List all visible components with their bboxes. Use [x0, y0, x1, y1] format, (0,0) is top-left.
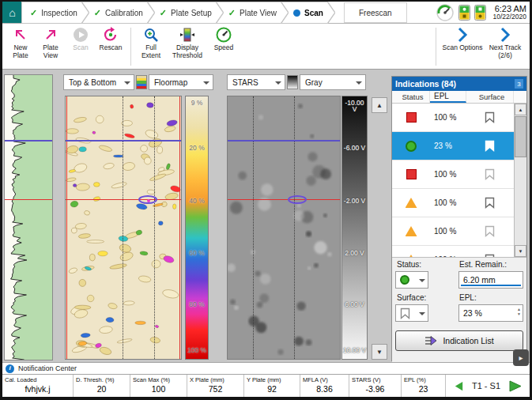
statusbar-field: Cal. Loadedfvhjvk.j: [2, 375, 74, 397]
indications-scrollbar[interactable]: ▲ ▼: [514, 104, 526, 257]
check-icon: ✓: [228, 9, 236, 17]
select-value: Top & Bottom: [69, 78, 116, 87]
scan-options-button[interactable]: Scan Options: [441, 26, 484, 67]
viewer-scroll-up-button[interactable]: ▲: [372, 97, 387, 113]
notification-center-bar[interactable]: i Notification Center: [2, 362, 530, 374]
gray-scale-label: -10.00 V: [342, 100, 367, 113]
indication-row[interactable]: 100 %: [392, 189, 514, 217]
application-window: ⌂ ✓Inspection ✓Calibration ✓Plate Setup …: [0, 0, 532, 400]
next-track-icon: [496, 26, 514, 43]
select-value: Floormap: [154, 78, 187, 87]
tab-scan[interactable]: Scan: [281, 2, 334, 23]
cursor-line-red: [5, 199, 52, 200]
indication-epl-value: 100 %: [430, 227, 466, 236]
gray-scale-label: 2.00 V: [342, 250, 367, 257]
column-header-epl[interactable]: EPL: [430, 91, 466, 103]
tab-calibration[interactable]: ✓Calibration: [82, 2, 154, 23]
previous-track-arrow[interactable]: [453, 380, 465, 392]
color-scale-label: 80 %: [186, 301, 208, 308]
indication-row[interactable]: 23 %: [392, 132, 514, 160]
tab-label: Scan: [304, 9, 323, 17]
new-plate-icon: [12, 26, 29, 43]
indications-panel: Indications (84) 3 Status EPL Surface 10…: [391, 76, 527, 361]
green-circle-icon: [406, 141, 417, 152]
button-label: Speed: [214, 44, 234, 52]
est-remaining-input[interactable]: 6.20 mm: [458, 271, 523, 289]
tab-plate-setup[interactable]: ✓Plate Setup: [148, 2, 223, 23]
statusbar-field-value: 100: [130, 384, 187, 394]
indication-epl-value: 100 %: [430, 198, 466, 207]
indication-list-button[interactable]: Indication List: [395, 330, 523, 351]
statusbar-field-value: 92: [244, 384, 300, 394]
home-button[interactable]: ⌂: [2, 2, 22, 23]
viewer-scroll-down-button[interactable]: ▼: [372, 344, 387, 360]
toolbar-divider: [130, 28, 131, 66]
status-dropdown[interactable]: [395, 271, 428, 289]
next-track-button[interactable]: Next Track (2/6): [484, 26, 526, 67]
indication-row[interactable]: 100 %: [392, 217, 514, 246]
epl-input[interactable]: 23 % ▲▼: [458, 304, 523, 322]
scrollbar-thumb[interactable]: [515, 116, 526, 157]
toolbar-left-group: New Plate Plate View Scan Rescan: [2, 24, 239, 69]
peek-handle[interactable]: ▸: [513, 349, 529, 366]
cursor-line-purple: [66, 140, 181, 142]
full-extent-button[interactable]: Full Extent: [136, 26, 166, 67]
indication-dot: [147, 199, 150, 202]
plate-view-icon: [42, 26, 59, 43]
toolbar-right-group: Scan Options Next Track (2/6): [431, 24, 530, 69]
gray-palette-icon: [287, 75, 298, 89]
color-scale-label: 9 %: [186, 100, 208, 107]
tab-inspection[interactable]: ✓Inspection: [22, 2, 89, 23]
red-square-icon: [406, 112, 417, 123]
column-header-status[interactable]: Status: [392, 91, 430, 103]
statusbar-field-value: 23: [402, 384, 445, 394]
waveform-plot: [5, 75, 52, 360]
indication-status-cell: [392, 141, 430, 152]
track-navigation: T1 - S1: [446, 375, 530, 397]
next-track-arrow[interactable]: [507, 379, 523, 393]
gray-palette-select[interactable]: Gray: [300, 74, 366, 90]
tab-label: Freescan: [359, 9, 392, 17]
workflow-header: ⌂ ✓Inspection ✓Calibration ✓Plate Setup …: [2, 2, 530, 24]
floormap-palette-select[interactable]: Floormap: [149, 74, 213, 90]
surface-dropdown[interactable]: [395, 304, 428, 322]
rescan-button[interactable]: Rescan: [96, 26, 126, 67]
indication-epl-value: 23 %: [430, 142, 466, 150]
gauge-icon: [436, 3, 455, 22]
red-square-icon: [406, 169, 417, 179]
display-threshold-button[interactable]: Display Threshold: [166, 26, 209, 67]
speed-button[interactable]: Speed: [209, 26, 239, 67]
indication-row[interactable]: 100 %: [392, 160, 514, 189]
tab-freescan[interactable]: Freescan: [344, 2, 407, 23]
view-mode-select[interactable]: Top & Bottom: [63, 74, 134, 90]
tab-label: Inspection: [41, 9, 77, 17]
spinner-icons[interactable]: ▲▼: [517, 308, 521, 316]
statusbar-field-value: 20: [74, 384, 130, 394]
statusbar-field: MFLA (V)8.36: [300, 375, 349, 397]
clock-date: 10/22/2020: [492, 13, 526, 21]
stars-view[interactable]: [227, 96, 341, 360]
gray-scale-label: -6.00 V: [342, 145, 367, 152]
new-plate-button[interactable]: New Plate: [6, 26, 36, 67]
scrollbar-down-button[interactable]: ▼: [515, 245, 526, 257]
indication-surface-cell: [466, 225, 512, 237]
scan-button[interactable]: Scan: [66, 26, 96, 67]
statusbar-field-label: Y Plate (mm): [244, 375, 300, 383]
indication-status-cell: [392, 169, 430, 179]
column-header-surface[interactable]: Surface: [466, 91, 514, 103]
indications-table-header: Status EPL Surface: [392, 91, 526, 104]
statusbar-field-label: EPL (%): [402, 375, 445, 383]
indication-row[interactable]: 100 %: [392, 246, 514, 257]
button-label: Indication List: [443, 336, 493, 345]
plate-edge-line: [66, 96, 67, 359]
plate-view-button[interactable]: Plate View: [36, 26, 66, 67]
stars-channel-select[interactable]: STARS: [227, 74, 285, 90]
scrollbar-up-button[interactable]: ▲: [515, 104, 526, 115]
floormap-view[interactable]: [65, 96, 182, 360]
tab-plate-view[interactable]: ✓Plate View: [217, 2, 288, 23]
gray-scale-label: 10.00 V: [342, 347, 367, 354]
amplitude-profile-strip[interactable]: [4, 74, 53, 360]
statusbar-field: Y Plate (mm)92: [244, 375, 300, 397]
tab-label: Calibration: [105, 9, 143, 17]
indication-row[interactable]: 100 %: [392, 104, 514, 132]
